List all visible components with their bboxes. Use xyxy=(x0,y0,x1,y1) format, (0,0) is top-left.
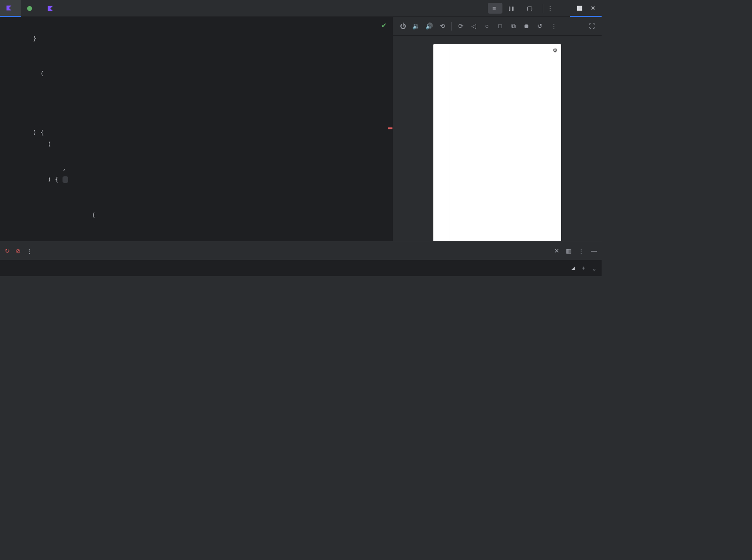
inspection-ok-icon[interactable]: ✔ xyxy=(381,22,387,29)
overview-icon[interactable]: □ xyxy=(496,22,504,31)
tab-topic-screen[interactable] xyxy=(41,0,62,17)
overflow-icon[interactable]: ⋮ xyxy=(547,5,553,12)
zoom-out-icon[interactable] xyxy=(589,192,599,202)
more-icon[interactable]: ⋮ xyxy=(578,247,584,254)
more-icon[interactable]: ⋮ xyxy=(549,22,558,31)
rotate-right-icon[interactable]: ⟳ xyxy=(456,22,465,31)
device-toolbar: ⏻ 🔉 🔊 ⟲ ⟳ ◁ ○ □ ⧉ ⏺ ↺ ⋮ ⛶ xyxy=(393,17,602,36)
divider xyxy=(543,4,543,13)
debugger-toolbar: ↻ ⊘ ⋮ ✕ ▥ ⋮ — xyxy=(0,241,602,260)
view-mode-group: ≡ ⫿⫿ ▢ ⋮ xyxy=(484,0,557,16)
running-devices-panel: ⏻ 🔉 🔊 ⟲ ⟳ ◁ ○ □ ⧉ ⏺ ↺ ⋮ ⛶ ⚙ xyxy=(392,17,602,241)
svg-point-0 xyxy=(27,6,32,11)
lambda-hint xyxy=(63,176,68,183)
close-icon[interactable]: ✕ xyxy=(554,247,559,254)
tablet-header: ⚙ xyxy=(449,44,561,56)
layout-icon[interactable] xyxy=(589,224,599,234)
variables-tree[interactable] xyxy=(0,276,602,448)
home-icon[interactable]: ○ xyxy=(483,22,491,31)
close-icon[interactable]: × xyxy=(591,4,595,12)
tab-running-devices[interactable] xyxy=(557,0,570,17)
evaluate-expression-input[interactable]: ◢ ＋ ⌄ xyxy=(0,260,602,276)
kotlin-file-icon xyxy=(6,5,12,11)
top-bar: ≡ ⫿⫿ ▢ ⋮ ▦ × xyxy=(0,0,602,17)
eval-lang-selector[interactable]: ◢ xyxy=(570,266,575,270)
code-icon: ≡ xyxy=(493,5,496,12)
tab-device-wxga[interactable]: ▦ × xyxy=(570,0,602,17)
back-icon[interactable]: ◁ xyxy=(470,22,478,31)
tab-interests-screen[interactable] xyxy=(0,0,21,17)
device-screen-viewport: ⚙ xyxy=(393,36,602,241)
power-icon[interactable]: ⏻ xyxy=(399,22,407,31)
device-icon: ▦ xyxy=(577,4,582,11)
restart-icon[interactable]: ↻ xyxy=(5,247,10,254)
interest-list[interactable] xyxy=(449,56,561,241)
zoom-fit-icon[interactable] xyxy=(589,208,599,218)
expand-icon[interactable]: ⌄ xyxy=(592,265,596,272)
device-zoom-tools xyxy=(587,172,602,238)
screenshot-icon[interactable]: ⧉ xyxy=(509,22,517,31)
code-area[interactable]: } ( ) { ( , ) { ( ) xyxy=(33,17,392,241)
mute-breakpoints-icon[interactable]: ⊘ xyxy=(16,247,21,254)
view-mode-design[interactable]: ▢ xyxy=(522,3,539,14)
volume-up-icon[interactable]: 🔊 xyxy=(425,22,433,31)
snapshots-icon[interactable]: ↺ xyxy=(535,22,544,31)
kotlin-file-icon xyxy=(47,5,54,12)
split-icon: ⫿⫿ xyxy=(508,5,515,12)
more-icon[interactable]: ⋮ xyxy=(26,247,32,254)
expand-icon[interactable]: ⛶ xyxy=(588,22,596,31)
tab-onboarding-ui-state[interactable] xyxy=(21,0,41,17)
error-stripe-marker[interactable] xyxy=(388,127,392,129)
tablet-content: ⚙ xyxy=(449,44,561,241)
design-icon: ▢ xyxy=(527,5,533,12)
chevron-down-icon: ◢ xyxy=(572,266,575,270)
add-watch-icon[interactable]: ＋ xyxy=(580,264,587,272)
debugger-panel: ↻ ⊘ ⋮ ✕ ▥ ⋮ — ◢ ＋ ⌄ xyxy=(0,241,602,448)
debugger-toolbar-right: ✕ ▥ ⋮ — xyxy=(554,247,597,254)
divider xyxy=(451,22,452,31)
view-mode-code[interactable]: ≡ xyxy=(488,3,503,14)
minimize-icon[interactable]: — xyxy=(591,247,597,254)
view-mode-split[interactable]: ⫿⫿ xyxy=(503,3,521,14)
settings-icon[interactable]: ⚙ xyxy=(553,47,557,54)
rotate-left-icon[interactable]: ⟲ xyxy=(438,22,446,31)
code-editor[interactable]: } ( ) { ( , ) { ( ) xyxy=(0,17,392,241)
layout-settings-icon[interactable]: ▥ xyxy=(566,247,572,254)
kotlin-file-icon xyxy=(26,5,33,12)
right-tool-tabs: ▦ × xyxy=(557,0,602,16)
line-gutter xyxy=(0,17,33,241)
zoom-in-icon[interactable] xyxy=(589,176,599,186)
tablet-frame[interactable]: ⚙ xyxy=(433,44,561,241)
main-row: } ( ) { ( , ) { ( ) xyxy=(0,17,602,241)
volume-down-icon[interactable]: 🔉 xyxy=(412,22,420,31)
editor-tabs xyxy=(0,0,62,16)
record-icon[interactable]: ⏺ xyxy=(522,22,531,31)
nav-rail xyxy=(433,44,449,241)
